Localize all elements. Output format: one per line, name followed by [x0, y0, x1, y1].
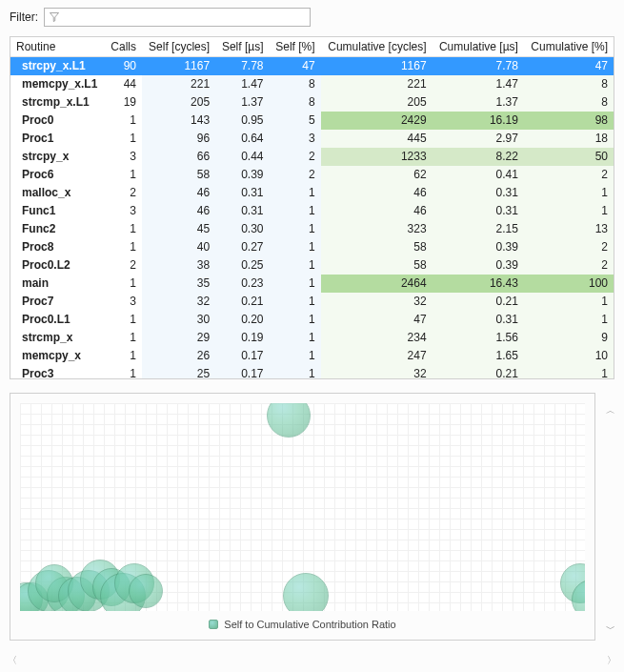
- cell-self_cycles: 25: [142, 365, 215, 379]
- cell-cum_cycles: 234: [321, 329, 433, 347]
- cell-cum_pct: 98: [524, 112, 614, 130]
- cell-self_pct: 1: [269, 311, 320, 329]
- cell-routine: Func1: [10, 202, 105, 220]
- cell-self_cycles: 96: [142, 130, 215, 148]
- cell-self_pct: 1: [269, 347, 320, 365]
- cell-self_us: 0.44: [215, 148, 269, 166]
- cell-cum_cycles: 247: [321, 347, 433, 365]
- column-header[interactable]: Cumulative [cycles]: [321, 37, 433, 57]
- cell-self_us: 0.31: [215, 202, 269, 220]
- cell-cum_us: 16.43: [433, 275, 524, 293]
- cell-routine: memcpy_x: [10, 347, 105, 365]
- cell-cum_us: 8.22: [433, 148, 524, 166]
- column-header[interactable]: Cumulative [µs]: [433, 37, 524, 57]
- cell-routine: strcpy_x: [10, 148, 105, 166]
- cell-cum_cycles: 221: [321, 75, 433, 93]
- cell-self_us: 0.95: [215, 112, 269, 130]
- cell-cum_pct: 8: [524, 75, 614, 93]
- filter-box[interactable]: [44, 8, 311, 27]
- column-header[interactable]: Self [cycles]: [142, 37, 215, 57]
- cell-cum_us: 0.21: [433, 365, 524, 379]
- cell-self_us: 7.78: [215, 57, 269, 75]
- table-row[interactable]: Proc73320.211320.211: [10, 293, 614, 311]
- cell-cum_us: 0.39: [433, 256, 524, 275]
- cell-self_pct: 1: [269, 220, 320, 238]
- table-row[interactable]: strcmp_x.L1192051.3782051.378: [10, 93, 614, 112]
- cell-cum_us: 0.31: [433, 202, 524, 220]
- chart-bubble[interactable]: [129, 574, 163, 608]
- table-row[interactable]: Proc0.L22380.251580.392: [10, 256, 614, 275]
- table-row[interactable]: Proc31250.171320.211: [10, 365, 614, 379]
- cell-cum_pct: 50: [524, 148, 614, 166]
- cell-calls: 1: [105, 329, 142, 347]
- cell-self_pct: 8: [269, 75, 320, 93]
- cell-self_cycles: 40: [142, 238, 215, 256]
- table-row[interactable]: Proc81400.271580.392: [10, 238, 614, 256]
- table-row[interactable]: Proc61580.392620.412: [10, 166, 614, 184]
- column-header[interactable]: Self [µs]: [215, 37, 269, 57]
- cell-routine: strcmp_x.L1: [10, 93, 105, 112]
- cell-cum_us: 0.21: [433, 293, 524, 311]
- cell-self_cycles: 1167: [142, 57, 215, 75]
- table-row[interactable]: Proc0.L11300.201470.311: [10, 311, 614, 329]
- table-row[interactable]: memcpy_x1260.1712471.6510: [10, 347, 614, 365]
- cell-cum_us: 7.78: [433, 57, 524, 75]
- table-row[interactable]: Proc011430.955242916.1998: [10, 112, 614, 130]
- scroll-down-icon[interactable]: ﹀: [604, 621, 617, 638]
- bubble-chart[interactable]: [20, 403, 585, 611]
- table-row[interactable]: Func13460.311460.311: [10, 202, 614, 220]
- cell-cum_us: 0.41: [433, 166, 524, 184]
- cell-cum_pct: 13: [524, 220, 614, 238]
- chart-bubble[interactable]: [267, 403, 311, 438]
- cell-self_cycles: 221: [142, 75, 215, 93]
- cell-cum_cycles: 58: [321, 238, 433, 256]
- cell-calls: 1: [105, 112, 142, 130]
- cell-cum_us: 0.39: [433, 238, 524, 256]
- cell-routine: Proc6: [10, 166, 105, 184]
- cell-routine: malloc_x: [10, 184, 105, 202]
- outer-vertical-scrollbar[interactable]: ︿ ﹀: [603, 402, 618, 638]
- table-row[interactable]: main1350.231246416.43100: [10, 275, 614, 293]
- cell-cum_cycles: 32: [321, 293, 433, 311]
- cell-self_pct: 3: [269, 130, 320, 148]
- cell-cum_pct: 1: [524, 184, 614, 202]
- cell-calls: 1: [105, 238, 142, 256]
- table-row[interactable]: strcpy_x3660.44212338.2250: [10, 148, 614, 166]
- filter-input[interactable]: [60, 10, 306, 25]
- cell-routine: Proc8: [10, 238, 105, 256]
- cell-self_pct: 8: [269, 93, 320, 112]
- cell-cum_cycles: 1233: [321, 148, 433, 166]
- table-scroll[interactable]: RoutineCallsSelf [cycles]Self [µs]Self […: [10, 37, 614, 378]
- cell-cum_pct: 2: [524, 256, 614, 275]
- cell-self_cycles: 26: [142, 347, 215, 365]
- scroll-up-icon[interactable]: ︿: [604, 402, 617, 419]
- chart-bubble[interactable]: [283, 573, 329, 611]
- column-header[interactable]: Cumulative [%]: [524, 37, 614, 57]
- cell-cum_cycles: 205: [321, 93, 433, 112]
- cell-self_pct: 47: [269, 57, 320, 75]
- cell-self_us: 0.39: [215, 166, 269, 184]
- table-row[interactable]: strcpy_x.L19011677.784711677.7847: [10, 57, 614, 75]
- cell-cum_cycles: 445: [321, 130, 433, 148]
- cell-routine: Func2: [10, 220, 105, 238]
- column-header[interactable]: Calls: [105, 37, 142, 57]
- table-row[interactable]: malloc_x2460.311460.311: [10, 184, 614, 202]
- cell-routine: main: [10, 275, 105, 293]
- cell-calls: 1: [105, 275, 142, 293]
- column-header[interactable]: Routine: [10, 37, 105, 57]
- cell-cum_us: 1.56: [433, 329, 524, 347]
- cell-cum_us: 2.15: [433, 220, 524, 238]
- cell-self_us: 0.25: [215, 256, 269, 275]
- column-header[interactable]: Self [%]: [269, 37, 320, 57]
- cell-self_pct: 1: [269, 238, 320, 256]
- cell-cum_pct: 2: [524, 166, 614, 184]
- table-row[interactable]: Proc11960.6434452.9718: [10, 130, 614, 148]
- cell-calls: 3: [105, 202, 142, 220]
- table-row[interactable]: strcmp_x1290.1912341.569: [10, 329, 614, 347]
- cell-self_cycles: 205: [142, 93, 215, 112]
- cell-cum_cycles: 58: [321, 256, 433, 275]
- table-row[interactable]: memcpy_x.L1442211.4782211.478: [10, 75, 614, 93]
- funnel-icon: [49, 11, 60, 23]
- cell-cum_pct: 47: [524, 57, 614, 75]
- table-row[interactable]: Func21450.3013232.1513: [10, 220, 614, 238]
